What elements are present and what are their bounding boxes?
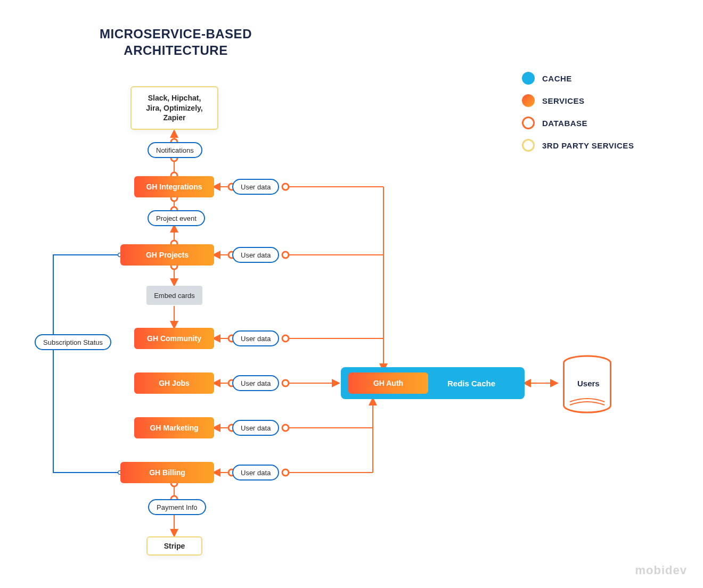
legend-item-database: DATABASE [522, 117, 634, 129]
service-gh-auth-label: GH Auth [373, 379, 403, 387]
pill-user-data-jobs: User data [232, 375, 279, 391]
service-gh-integrations-label: GH Integrations [146, 183, 202, 191]
third-party-box-stripe: Stripe [146, 536, 202, 556]
pill-label: User data [241, 183, 271, 191]
service-gh-marketing: GH Marketing [134, 417, 214, 438]
service-gh-jobs: GH Jobs [134, 372, 214, 394]
service-gh-billing-label: GH Billing [149, 468, 185, 477]
pill-notifications-label: Notifications [156, 146, 194, 154]
pill-label: User data [241, 379, 271, 387]
pill-label: User data [241, 251, 271, 259]
gray-embed-cards: Embed cards [146, 286, 202, 305]
third-party-box-stripe-label: Stripe [164, 541, 185, 551]
pill-label: User data [241, 424, 271, 432]
gray-embed-cards-label: Embed cards [154, 292, 195, 300]
pill-user-data-billing: User data [232, 465, 279, 481]
pill-payment-info-label: Payment Info [157, 503, 198, 511]
legend-label-services: SERVICES [542, 96, 585, 105]
ring-icon [522, 139, 535, 152]
pill-user-data-projects: User data [232, 247, 279, 263]
brand-watermark: mobidev [635, 564, 687, 577]
pill-payment-info: Payment Info [148, 499, 206, 515]
pill-label: User data [241, 469, 271, 477]
circle-icon [522, 94, 535, 107]
legend-label-database: DATABASE [542, 119, 587, 128]
pill-user-data-community: User data [232, 330, 279, 346]
service-gh-integrations: GH Integrations [134, 176, 214, 197]
cache-redis-label: Redis Cache [447, 379, 495, 388]
cache-redis: GH Auth Redis Cache [341, 367, 525, 399]
title-line-2: ARCHITECTURE [124, 43, 227, 57]
pill-label: User data [241, 335, 271, 343]
legend-item-cache: CACHE [522, 72, 634, 85]
pill-project-event-label: Project event [156, 214, 197, 222]
pill-project-event: Project event [148, 210, 205, 226]
legend-label-third-party: 3RD PARTY SERVICES [542, 141, 634, 150]
database-users-label: Users [577, 379, 600, 388]
service-gh-auth: GH Auth [348, 372, 428, 394]
pill-subscription-status: Subscription Status [35, 334, 111, 350]
third-party-box-integrations: Slack, Hipchat, Jira, Optimizely, Zapier [130, 86, 218, 130]
legend: CACHE SERVICES DATABASE 3RD PARTY SERVIC… [522, 72, 634, 152]
pill-subscription-status-label: Subscription Status [43, 338, 103, 346]
pill-user-data-integrations: User data [232, 179, 279, 195]
ring-icon [522, 117, 535, 129]
service-gh-projects-label: GH Projects [146, 251, 189, 259]
service-gh-billing: GH Billing [120, 462, 214, 483]
circle-icon [522, 72, 535, 85]
diagram-title: MICROSERVICE-BASED ARCHITECTURE [93, 26, 258, 59]
service-gh-jobs-label: GH Jobs [159, 379, 190, 387]
service-gh-marketing-label: GH Marketing [150, 424, 198, 432]
legend-label-cache: CACHE [542, 74, 572, 83]
legend-item-services: SERVICES [522, 94, 634, 107]
title-line-1: MICROSERVICE-BASED [100, 27, 252, 41]
service-gh-projects: GH Projects [120, 244, 214, 266]
pill-user-data-marketing: User data [232, 420, 279, 436]
third-party-box-integrations-label: Slack, Hipchat, Jira, Optimizely, Zapier [146, 93, 202, 123]
pill-notifications: Notifications [148, 142, 202, 158]
service-gh-community: GH Community [134, 328, 214, 349]
service-gh-community-label: GH Community [147, 334, 201, 343]
legend-item-third-party: 3RD PARTY SERVICES [522, 139, 634, 152]
